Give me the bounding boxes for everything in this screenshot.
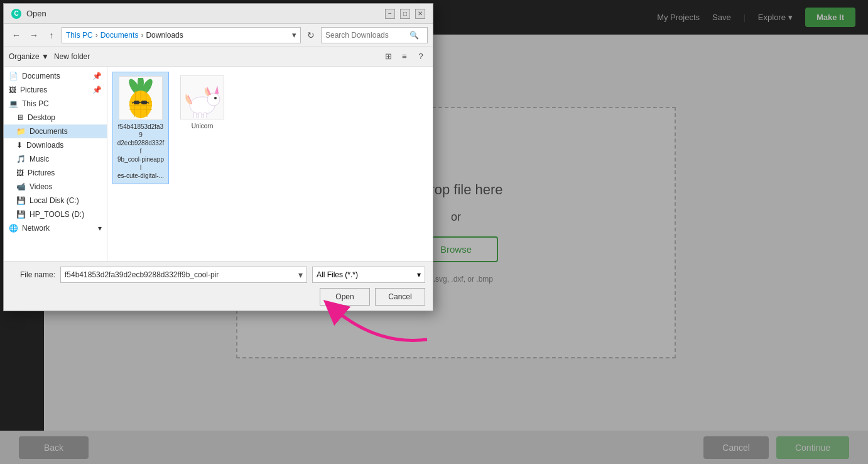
svg-rect-15 xyxy=(134,101,139,104)
pin-icon: 📌 xyxy=(92,86,102,94)
address-bar[interactable]: This PC › Documents › Downloads ▾ xyxy=(62,27,301,43)
svg-point-23 xyxy=(214,97,217,99)
nav-label-documents: Documents xyxy=(30,127,68,136)
dialog-title: Open xyxy=(26,9,46,18)
nav-item-this-pc[interactable]: 💻 This PC xyxy=(4,97,107,111)
nav-item-hp-tools-d[interactable]: 💾 HP_TOOLS (D:) xyxy=(4,207,107,221)
nav-item-pictures-quick[interactable]: 🖼 Pictures 📌 xyxy=(4,83,107,97)
svg-rect-24 xyxy=(193,113,197,118)
nav-label-music: Music xyxy=(30,155,49,163)
pineapple-thumbnail xyxy=(119,76,163,120)
nav-item-music[interactable]: 🎵 Music xyxy=(4,152,107,166)
nav-label-pictures: Pictures xyxy=(28,168,55,177)
svg-rect-16 xyxy=(141,101,147,104)
filetype-select[interactable]: All Files (*.*) ▾ xyxy=(312,267,425,283)
organize-button[interactable]: Organize ▼ xyxy=(9,52,49,61)
network-icon: 🌐 xyxy=(9,224,18,233)
unicorn-thumbnail xyxy=(180,75,224,119)
nav-label-desktop: Desktop xyxy=(28,113,55,122)
breadcrumb-this-pc[interactable]: This PC xyxy=(66,31,93,40)
nav-item-downloads[interactable]: ⬇ Downloads xyxy=(4,138,107,152)
file-item-pineapple[interactable]: f54b41853d2fa39d2ecb9288d332ff9b_cool-pi… xyxy=(112,72,169,184)
dialog-nav-panel: 📄 Documents 📌 🖼 Pictures 📌 💻 This PC 🖥 D… xyxy=(4,67,107,261)
view-icons: ⊞ ≡ ? xyxy=(381,50,428,64)
breadcrumb-sep2: › xyxy=(141,31,143,40)
svg-rect-26 xyxy=(203,113,207,118)
folder-icon-downloads: ⬇ xyxy=(16,141,23,150)
filetype-dropdown-icon: ▾ xyxy=(417,270,421,279)
nav-label-this-pc: This PC xyxy=(22,99,49,108)
nav-item-desktop[interactable]: 🖥 Desktop xyxy=(4,111,107,124)
dialog-address-toolbar: ← → ↑ This PC › Documents › Downloads ▾ … xyxy=(4,24,433,47)
nav-item-videos[interactable]: 📹 Videos xyxy=(4,180,107,194)
svg-line-18 xyxy=(132,102,134,103)
folder-icon-pictures: 🖼 xyxy=(16,168,24,177)
filename-value: f54b41853d2fa39d2ecb9288d332ff9b_cool-pi… xyxy=(65,270,298,279)
nav-label-videos: Videos xyxy=(30,182,52,191)
nav-item-network[interactable]: 🌐 Network ▾ xyxy=(4,221,107,235)
view-icon-button[interactable]: ⊞ xyxy=(381,50,395,64)
folder-icon-desktop: 🖥 xyxy=(16,113,24,122)
filetype-value: All Files (*.*) xyxy=(317,270,417,279)
search-input[interactable] xyxy=(325,31,407,40)
back-nav-button[interactable]: ← xyxy=(9,28,24,43)
up-nav-button[interactable]: ↑ xyxy=(44,28,59,43)
dialog-open-button[interactable]: Open xyxy=(320,288,370,306)
dialog-cancel-button[interactable]: Cancel xyxy=(375,288,425,306)
help-button[interactable]: ? xyxy=(414,50,428,64)
close-button[interactable]: ✕ xyxy=(415,9,425,19)
nav-item-local-disk-c[interactable]: 💾 Local Disk (C:) xyxy=(4,194,107,207)
filename-row: File name: f54b41853d2fa39d2ecb9288d332f… xyxy=(11,267,425,283)
dialog-action-row: Open Cancel xyxy=(11,288,425,306)
address-dropdown-button[interactable]: ▾ xyxy=(292,30,296,40)
breadcrumb-downloads: Downloads xyxy=(146,31,183,40)
nav-item-documents-quick[interactable]: 📄 Documents 📌 xyxy=(4,69,107,83)
maximize-button[interactable]: □ xyxy=(400,9,410,19)
disk-icon-c: 💾 xyxy=(16,196,26,205)
folder-icon-documents: 📁 xyxy=(16,127,26,136)
file-item-unicorn[interactable]: Unicorn xyxy=(174,72,231,184)
dialog-title-left: C Open xyxy=(11,9,46,19)
view-detail-button[interactable]: ≡ xyxy=(398,50,411,64)
app-icon: C xyxy=(11,9,21,19)
search-box[interactable]: 🔍 xyxy=(321,27,428,43)
expand-arrow: ▾ xyxy=(98,224,102,233)
nav-label-documents-quick: Documents xyxy=(22,72,60,80)
dialog-body: 📄 Documents 📌 🖼 Pictures 📌 💻 This PC 🖥 D… xyxy=(4,67,433,261)
disk-icon-d: 💾 xyxy=(16,210,26,219)
unicorn-file-name: Unicorn xyxy=(192,122,213,130)
pineapple-file-name: f54b41853d2fa39d2ecb9288d332ff9b_cool-pi… xyxy=(117,123,165,180)
nav-item-pictures[interactable]: 🖼 Pictures xyxy=(4,166,107,180)
file-open-dialog: C Open − □ ✕ ← → ↑ This PC › Documents ›… xyxy=(3,3,433,311)
computer-icon: 💻 xyxy=(9,99,18,108)
nav-label-hp-tools-d: HP_TOOLS (D:) xyxy=(30,210,84,219)
nav-label-pictures-quick: Pictures xyxy=(20,86,47,94)
nav-label-network: Network xyxy=(22,224,50,233)
filename-input-container[interactable]: f54b41853d2fa39d2ecb9288d332ff9b_cool-pi… xyxy=(60,267,307,283)
nav-label-local-disk-c: Local Disk (C:) xyxy=(30,196,79,205)
folder-icon-videos: 📹 xyxy=(16,182,26,191)
dialog-titlebar: C Open − □ ✕ xyxy=(4,4,433,24)
folder-icon: 🖼 xyxy=(9,86,16,94)
refresh-button[interactable]: ↻ xyxy=(303,28,318,43)
dialog-bottom: File name: f54b41853d2fa39d2ecb9288d332f… xyxy=(4,261,433,311)
search-icon: 🔍 xyxy=(410,31,419,40)
new-folder-button[interactable]: New folder xyxy=(54,52,90,61)
svg-line-19 xyxy=(147,102,149,103)
dialog-files-area: f54b41853d2fa39d2ecb9288d332ff9b_cool-pi… xyxy=(107,67,433,261)
dialog-window-controls: − □ ✕ xyxy=(385,9,425,19)
svg-marker-22 xyxy=(215,86,219,94)
minimize-button[interactable]: − xyxy=(385,9,395,19)
nav-label-downloads: Downloads xyxy=(26,141,63,150)
pin-icon: 📌 xyxy=(92,72,102,80)
folder-icon: 📄 xyxy=(9,72,18,80)
svg-rect-25 xyxy=(198,113,202,118)
filename-dropdown-button[interactable]: ▾ xyxy=(298,270,303,280)
breadcrumb-documents[interactable]: Documents xyxy=(100,31,139,40)
forward-nav-button[interactable]: → xyxy=(26,28,41,43)
filename-label: File name: xyxy=(11,270,55,279)
nav-item-documents[interactable]: 📁 Documents xyxy=(4,124,107,138)
dialog-second-toolbar: Organize ▼ New folder ⊞ ≡ ? xyxy=(4,47,433,67)
folder-icon-music: 🎵 xyxy=(16,155,26,163)
breadcrumb-sep1: › xyxy=(95,31,98,40)
